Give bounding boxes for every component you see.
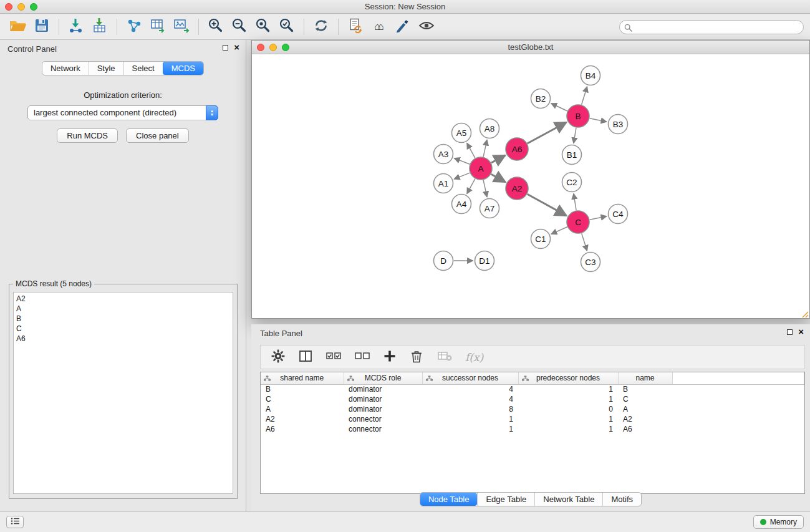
network-node[interactable]: C2 (562, 173, 582, 192)
network-node[interactable]: C1 (531, 230, 551, 249)
column-header-predecessor-nodes[interactable]: predecessor nodes (518, 372, 618, 384)
delete-column-button[interactable] (409, 349, 424, 366)
network-node[interactable]: A1 (434, 174, 453, 193)
network-node[interactable]: A (470, 157, 492, 180)
export-image-button[interactable] (170, 16, 193, 37)
network-edge[interactable] (483, 180, 487, 197)
column-header-successor-nodes[interactable]: successor nodes (422, 372, 518, 384)
network-canvas[interactable]: B4B2BB3A5A8A6A3B1AC2A1A2A4A7C4CC1DD1C3 (253, 55, 809, 317)
network-node[interactable]: A5 (452, 123, 471, 143)
network-node[interactable]: B (567, 105, 589, 127)
network-node[interactable]: A2 (506, 177, 528, 200)
table-settings-button[interactable] (271, 349, 286, 366)
zoom-window-button[interactable] (30, 3, 37, 11)
import-table-from-file-button[interactable] (88, 16, 112, 37)
table-row[interactable]: Bdominator41B (261, 384, 804, 394)
network-edge[interactable] (590, 118, 607, 122)
mcds-result-item[interactable]: C (16, 324, 230, 334)
mcds-result-list[interactable]: A2ABCA6 (13, 292, 233, 494)
network-zoom-button[interactable] (282, 44, 289, 51)
zoom-fit-button[interactable] (251, 16, 275, 37)
zoom-out-button[interactable] (228, 16, 251, 37)
network-edge[interactable] (528, 122, 567, 143)
network-edge[interactable] (467, 143, 475, 158)
network-edge[interactable] (551, 104, 567, 111)
select-all-columns-button[interactable] (325, 350, 342, 365)
memory-button[interactable]: Memory (753, 515, 804, 529)
table-row[interactable]: Adominator80A (261, 404, 804, 414)
table-row[interactable]: A6connector11A6 (261, 424, 804, 434)
table-row[interactable]: Cdominator41C (261, 394, 804, 404)
network-edge[interactable] (582, 87, 587, 105)
network-node[interactable]: A6 (506, 138, 528, 160)
create-column-button[interactable] (383, 349, 397, 365)
new-network-button[interactable] (122, 16, 146, 37)
close-window-button[interactable] (5, 3, 12, 11)
task-history-button[interactable] (6, 516, 24, 528)
network-node[interactable]: D1 (475, 251, 494, 271)
column-header-name[interactable]: name (618, 372, 672, 384)
tab-node-table[interactable]: Node Table (420, 493, 478, 506)
network-edge[interactable] (590, 216, 607, 220)
network-node[interactable]: B3 (609, 115, 628, 134)
open-session-button[interactable] (6, 16, 30, 37)
close-panel-icon[interactable]: × (798, 328, 804, 336)
network-node[interactable]: A7 (480, 199, 499, 218)
network-node[interactable]: B2 (531, 89, 551, 109)
network-node[interactable]: A8 (480, 119, 499, 138)
show-hide-button[interactable] (415, 16, 438, 37)
save-session-button[interactable] (30, 16, 54, 37)
network-edge[interactable] (574, 193, 576, 210)
search-input[interactable] (619, 20, 804, 34)
network-node[interactable]: B4 (581, 66, 600, 85)
delete-table-button[interactable] (436, 349, 453, 365)
show-column-button[interactable] (298, 349, 313, 365)
column-header-mcds-role[interactable]: MCDS role (344, 372, 422, 384)
network-edge[interactable] (454, 158, 470, 165)
tab-select[interactable]: Select (123, 62, 163, 75)
network-edge[interactable] (483, 140, 487, 157)
network-node[interactable]: C3 (581, 253, 600, 272)
tab-network[interactable]: Network (42, 62, 89, 75)
tab-style[interactable]: Style (89, 62, 123, 75)
minimize-window-button[interactable] (17, 3, 25, 11)
close-panel-icon[interactable]: × (234, 44, 239, 51)
network-minimize-button[interactable] (269, 44, 277, 51)
network-node[interactable]: C (567, 211, 589, 233)
new-table-from-network-button[interactable] (146, 16, 170, 37)
float-panel-icon[interactable] (223, 45, 228, 51)
network-edge[interactable] (551, 227, 567, 235)
network-node[interactable]: B1 (562, 145, 582, 165)
network-node[interactable]: A4 (452, 195, 471, 214)
network-edge[interactable] (454, 173, 470, 179)
network-edge[interactable] (582, 233, 587, 251)
network-edge[interactable] (574, 128, 576, 143)
zoom-selected-button[interactable] (275, 16, 299, 37)
column-header-shared-name[interactable]: shared name (261, 372, 344, 384)
import-network-from-file-button[interactable] (64, 16, 88, 37)
network-node[interactable]: C4 (609, 205, 628, 224)
table-row[interactable]: A2connector11A2 (261, 414, 804, 424)
tab-motifs[interactable]: Motifs (602, 493, 641, 506)
zoom-in-button[interactable] (204, 16, 228, 37)
float-panel-icon[interactable] (787, 329, 793, 335)
home-button[interactable]: ⌂⌂ (367, 16, 391, 37)
mcds-result-item[interactable]: A2 (16, 294, 230, 304)
network-edge[interactable] (467, 179, 475, 194)
function-builder-button[interactable]: f(x) (465, 351, 483, 364)
mcds-result-item[interactable]: A6 (16, 334, 230, 344)
window-resize-grip[interactable] (801, 309, 809, 317)
network-node[interactable]: D (434, 251, 453, 271)
run-mcds-button[interactable]: Run MCDS (57, 128, 118, 143)
update-network-from-document-button[interactable] (344, 16, 367, 37)
tab-mcds[interactable]: MCDS (163, 62, 203, 75)
network-edge[interactable] (528, 194, 567, 216)
network-close-button[interactable] (257, 44, 264, 51)
style-brush-button[interactable] (391, 16, 415, 37)
refresh-layout-button[interactable] (309, 16, 333, 37)
tab-edge-table[interactable]: Edge Table (477, 493, 534, 506)
network-edge[interactable] (491, 174, 506, 182)
network-window-titlebar[interactable]: testGlobe.txt (252, 41, 809, 54)
tab-network-table[interactable]: Network Table (534, 493, 602, 506)
network-edge[interactable] (491, 155, 506, 163)
